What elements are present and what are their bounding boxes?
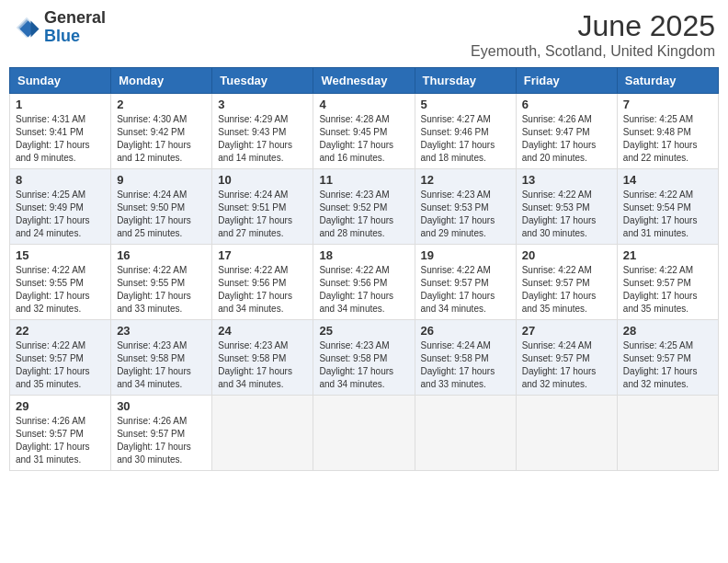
day-info: Sunrise: 4:31 AMSunset: 9:41 PMDaylight:…	[16, 113, 105, 165]
table-row: 9 Sunrise: 4:24 AMSunset: 9:50 PMDayligh…	[111, 169, 212, 245]
col-friday: Friday	[516, 68, 617, 94]
table-row: 14 Sunrise: 4:22 AMSunset: 9:54 PMDaylig…	[617, 169, 718, 245]
day-number: 3	[218, 98, 307, 111]
table-row: 2 Sunrise: 4:30 AMSunset: 9:42 PMDayligh…	[111, 94, 212, 169]
day-number: 30	[117, 399, 206, 413]
day-info: Sunrise: 4:24 AMSunset: 9:51 PMDaylight:…	[218, 189, 307, 240]
day-number: 18	[319, 248, 408, 262]
calendar-week-row: 8 Sunrise: 4:25 AMSunset: 9:49 PMDayligh…	[10, 169, 719, 245]
table-row: 3 Sunrise: 4:29 AMSunset: 9:43 PMDayligh…	[212, 94, 313, 169]
table-row: 21 Sunrise: 4:22 AMSunset: 9:57 PMDaylig…	[617, 245, 718, 320]
day-info: Sunrise: 4:25 AMSunset: 9:49 PMDaylight:…	[16, 189, 105, 240]
day-info: Sunrise: 4:26 AMSunset: 9:57 PMDaylight:…	[117, 415, 206, 466]
day-number: 15	[16, 248, 105, 262]
col-saturday: Saturday	[617, 68, 718, 94]
day-info: Sunrise: 4:22 AMSunset: 9:57 PMDaylight:…	[421, 264, 510, 316]
day-info: Sunrise: 4:22 AMSunset: 9:53 PMDaylight:…	[522, 189, 611, 240]
table-row	[516, 396, 617, 471]
table-row: 29 Sunrise: 4:26 AMSunset: 9:57 PMDaylig…	[10, 396, 111, 471]
table-row	[212, 396, 313, 471]
day-info: Sunrise: 4:22 AMSunset: 9:55 PMDaylight:…	[16, 264, 105, 316]
day-info: Sunrise: 4:23 AMSunset: 9:53 PMDaylight:…	[421, 189, 510, 240]
table-row	[415, 396, 516, 471]
table-row: 15 Sunrise: 4:22 AMSunset: 9:55 PMDaylig…	[10, 245, 111, 320]
month-title: June 2025	[471, 9, 715, 43]
day-info: Sunrise: 4:24 AMSunset: 9:57 PMDaylight:…	[522, 339, 611, 391]
table-row: 30 Sunrise: 4:26 AMSunset: 9:57 PMDaylig…	[111, 396, 212, 471]
table-row: 19 Sunrise: 4:22 AMSunset: 9:57 PMDaylig…	[415, 245, 516, 320]
day-number: 11	[319, 173, 408, 187]
day-number: 5	[421, 98, 510, 111]
table-row	[617, 396, 718, 471]
day-number: 7	[623, 98, 712, 111]
table-row: 8 Sunrise: 4:25 AMSunset: 9:49 PMDayligh…	[10, 169, 111, 245]
day-number: 13	[522, 173, 611, 187]
table-row: 13 Sunrise: 4:22 AMSunset: 9:53 PMDaylig…	[516, 169, 617, 245]
logo-icon	[13, 14, 40, 41]
calendar-week-row: 22 Sunrise: 4:22 AMSunset: 9:57 PMDaylig…	[10, 320, 719, 396]
day-info: Sunrise: 4:26 AMSunset: 9:57 PMDaylight:…	[16, 415, 105, 466]
day-number: 1	[16, 98, 105, 111]
svg-marker-3	[31, 20, 40, 37]
day-info: Sunrise: 4:22 AMSunset: 9:55 PMDaylight:…	[117, 264, 206, 316]
day-number: 14	[623, 173, 712, 187]
location-title: Eyemouth, Scotland, United Kingdom	[471, 43, 715, 60]
col-sunday: Sunday	[10, 68, 111, 94]
table-row: 18 Sunrise: 4:22 AMSunset: 9:56 PMDaylig…	[313, 245, 415, 320]
day-number: 23	[117, 324, 206, 338]
table-row: 6 Sunrise: 4:26 AMSunset: 9:47 PMDayligh…	[516, 94, 617, 169]
day-info: Sunrise: 4:23 AMSunset: 9:58 PMDaylight:…	[319, 339, 408, 391]
table-row	[313, 396, 415, 471]
table-row: 7 Sunrise: 4:25 AMSunset: 9:48 PMDayligh…	[617, 94, 718, 169]
day-number: 27	[522, 324, 611, 338]
day-info: Sunrise: 4:25 AMSunset: 9:48 PMDaylight:…	[623, 113, 712, 165]
header: General Blue June 2025 Eyemouth, Scotlan…	[9, 9, 719, 60]
table-row: 11 Sunrise: 4:23 AMSunset: 9:52 PMDaylig…	[313, 169, 415, 245]
table-row: 28 Sunrise: 4:25 AMSunset: 9:57 PMDaylig…	[617, 320, 718, 396]
day-info: Sunrise: 4:26 AMSunset: 9:47 PMDaylight:…	[522, 113, 611, 165]
day-info: Sunrise: 4:25 AMSunset: 9:57 PMDaylight:…	[623, 339, 712, 391]
day-number: 2	[117, 98, 206, 111]
day-info: Sunrise: 4:23 AMSunset: 9:58 PMDaylight:…	[117, 339, 206, 391]
logo: General Blue	[13, 9, 106, 46]
day-info: Sunrise: 4:27 AMSunset: 9:46 PMDaylight:…	[421, 113, 510, 165]
logo-general-text: General	[44, 8, 106, 27]
calendar-week-row: 15 Sunrise: 4:22 AMSunset: 9:55 PMDaylig…	[10, 245, 719, 320]
day-number: 10	[218, 173, 307, 187]
title-area: June 2025 Eyemouth, Scotland, United Kin…	[471, 9, 715, 60]
day-info: Sunrise: 4:22 AMSunset: 9:56 PMDaylight:…	[319, 264, 408, 316]
day-number: 16	[117, 248, 206, 262]
day-number: 28	[623, 324, 712, 338]
day-number: 6	[522, 98, 611, 111]
day-number: 22	[16, 324, 105, 338]
calendar-table: Sunday Monday Tuesday Wednesday Thursday…	[9, 67, 719, 471]
table-row: 4 Sunrise: 4:28 AMSunset: 9:45 PMDayligh…	[313, 94, 415, 169]
day-number: 4	[319, 98, 408, 111]
day-info: Sunrise: 4:22 AMSunset: 9:57 PMDaylight:…	[522, 264, 611, 316]
col-tuesday: Tuesday	[212, 68, 313, 94]
table-row: 5 Sunrise: 4:27 AMSunset: 9:46 PMDayligh…	[415, 94, 516, 169]
table-row: 27 Sunrise: 4:24 AMSunset: 9:57 PMDaylig…	[516, 320, 617, 396]
table-row: 24 Sunrise: 4:23 AMSunset: 9:58 PMDaylig…	[212, 320, 313, 396]
day-info: Sunrise: 4:24 AMSunset: 9:50 PMDaylight:…	[117, 189, 206, 240]
day-info: Sunrise: 4:23 AMSunset: 9:52 PMDaylight:…	[319, 189, 408, 240]
day-number: 17	[218, 248, 307, 262]
day-info: Sunrise: 4:22 AMSunset: 9:56 PMDaylight:…	[218, 264, 307, 316]
day-number: 29	[16, 399, 105, 413]
table-row: 26 Sunrise: 4:24 AMSunset: 9:58 PMDaylig…	[415, 320, 516, 396]
table-row: 10 Sunrise: 4:24 AMSunset: 9:51 PMDaylig…	[212, 169, 313, 245]
table-row: 23 Sunrise: 4:23 AMSunset: 9:58 PMDaylig…	[111, 320, 212, 396]
logo-blue-text: Blue	[44, 27, 80, 45]
day-number: 21	[623, 248, 712, 262]
day-number: 12	[421, 173, 510, 187]
day-number: 20	[522, 248, 611, 262]
calendar-week-row: 1 Sunrise: 4:31 AMSunset: 9:41 PMDayligh…	[10, 94, 719, 169]
table-row: 20 Sunrise: 4:22 AMSunset: 9:57 PMDaylig…	[516, 245, 617, 320]
table-row: 17 Sunrise: 4:22 AMSunset: 9:56 PMDaylig…	[212, 245, 313, 320]
day-info: Sunrise: 4:28 AMSunset: 9:45 PMDaylight:…	[319, 113, 408, 165]
table-row: 16 Sunrise: 4:22 AMSunset: 9:55 PMDaylig…	[111, 245, 212, 320]
table-row: 1 Sunrise: 4:31 AMSunset: 9:41 PMDayligh…	[10, 94, 111, 169]
day-number: 25	[319, 324, 408, 338]
day-info: Sunrise: 4:22 AMSunset: 9:57 PMDaylight:…	[16, 339, 105, 391]
table-row: 25 Sunrise: 4:23 AMSunset: 9:58 PMDaylig…	[313, 320, 415, 396]
